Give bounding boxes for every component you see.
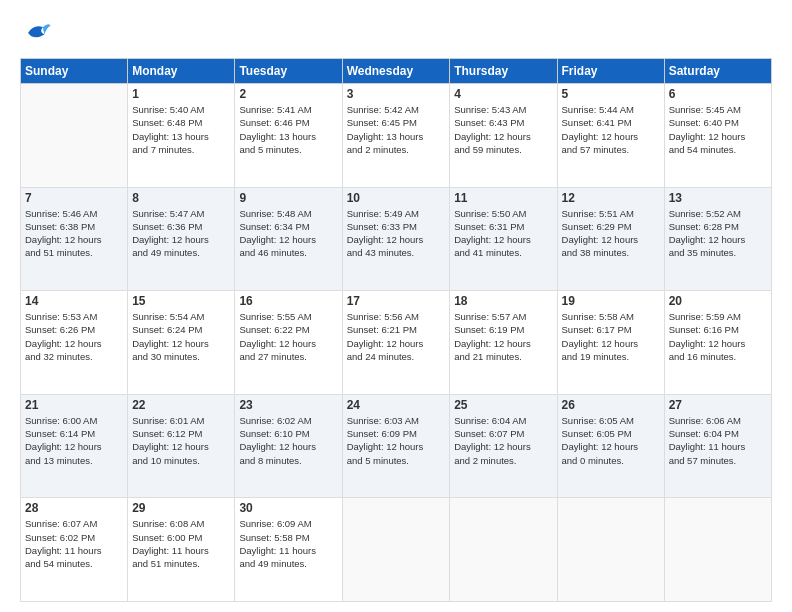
calendar-cell (450, 498, 557, 602)
weekday-header-saturday: Saturday (664, 59, 771, 84)
day-info: Sunrise: 5:44 AMSunset: 6:41 PMDaylight:… (562, 103, 660, 156)
calendar-cell: 10Sunrise: 5:49 AMSunset: 6:33 PMDayligh… (342, 187, 450, 291)
calendar-cell: 18Sunrise: 5:57 AMSunset: 6:19 PMDayligh… (450, 291, 557, 395)
calendar-cell: 2Sunrise: 5:41 AMSunset: 6:46 PMDaylight… (235, 84, 342, 188)
calendar-week-row: 28Sunrise: 6:07 AMSunset: 6:02 PMDayligh… (21, 498, 772, 602)
day-number: 6 (669, 87, 767, 101)
calendar-cell: 25Sunrise: 6:04 AMSunset: 6:07 PMDayligh… (450, 394, 557, 498)
logo (20, 18, 52, 48)
day-number: 28 (25, 501, 123, 515)
day-number: 5 (562, 87, 660, 101)
day-number: 2 (239, 87, 337, 101)
weekday-header-wednesday: Wednesday (342, 59, 450, 84)
calendar-cell: 19Sunrise: 5:58 AMSunset: 6:17 PMDayligh… (557, 291, 664, 395)
calendar-cell: 30Sunrise: 6:09 AMSunset: 5:58 PMDayligh… (235, 498, 342, 602)
day-info: Sunrise: 5:51 AMSunset: 6:29 PMDaylight:… (562, 207, 660, 260)
calendar-cell: 17Sunrise: 5:56 AMSunset: 6:21 PMDayligh… (342, 291, 450, 395)
day-number: 1 (132, 87, 230, 101)
day-number: 3 (347, 87, 446, 101)
calendar-cell: 9Sunrise: 5:48 AMSunset: 6:34 PMDaylight… (235, 187, 342, 291)
calendar-cell: 20Sunrise: 5:59 AMSunset: 6:16 PMDayligh… (664, 291, 771, 395)
day-number: 27 (669, 398, 767, 412)
day-number: 21 (25, 398, 123, 412)
weekday-header-thursday: Thursday (450, 59, 557, 84)
day-number: 25 (454, 398, 552, 412)
day-info: Sunrise: 5:49 AMSunset: 6:33 PMDaylight:… (347, 207, 446, 260)
logo-bird-icon (22, 18, 52, 48)
calendar-cell: 3Sunrise: 5:42 AMSunset: 6:45 PMDaylight… (342, 84, 450, 188)
calendar-cell: 6Sunrise: 5:45 AMSunset: 6:40 PMDaylight… (664, 84, 771, 188)
day-info: Sunrise: 5:57 AMSunset: 6:19 PMDaylight:… (454, 310, 552, 363)
day-info: Sunrise: 6:03 AMSunset: 6:09 PMDaylight:… (347, 414, 446, 467)
day-info: Sunrise: 5:50 AMSunset: 6:31 PMDaylight:… (454, 207, 552, 260)
day-number: 12 (562, 191, 660, 205)
day-number: 16 (239, 294, 337, 308)
day-info: Sunrise: 5:46 AMSunset: 6:38 PMDaylight:… (25, 207, 123, 260)
day-number: 30 (239, 501, 337, 515)
day-info: Sunrise: 5:41 AMSunset: 6:46 PMDaylight:… (239, 103, 337, 156)
calendar-cell: 22Sunrise: 6:01 AMSunset: 6:12 PMDayligh… (128, 394, 235, 498)
day-info: Sunrise: 5:47 AMSunset: 6:36 PMDaylight:… (132, 207, 230, 260)
day-info: Sunrise: 5:59 AMSunset: 6:16 PMDaylight:… (669, 310, 767, 363)
day-info: Sunrise: 6:07 AMSunset: 6:02 PMDaylight:… (25, 517, 123, 570)
day-number: 22 (132, 398, 230, 412)
day-number: 18 (454, 294, 552, 308)
day-number: 17 (347, 294, 446, 308)
day-number: 7 (25, 191, 123, 205)
day-number: 20 (669, 294, 767, 308)
calendar-cell (21, 84, 128, 188)
calendar-cell: 1Sunrise: 5:40 AMSunset: 6:48 PMDaylight… (128, 84, 235, 188)
calendar-week-row: 14Sunrise: 5:53 AMSunset: 6:26 PMDayligh… (21, 291, 772, 395)
day-info: Sunrise: 6:00 AMSunset: 6:14 PMDaylight:… (25, 414, 123, 467)
day-number: 19 (562, 294, 660, 308)
day-info: Sunrise: 5:48 AMSunset: 6:34 PMDaylight:… (239, 207, 337, 260)
day-info: Sunrise: 5:52 AMSunset: 6:28 PMDaylight:… (669, 207, 767, 260)
calendar-cell: 24Sunrise: 6:03 AMSunset: 6:09 PMDayligh… (342, 394, 450, 498)
day-number: 24 (347, 398, 446, 412)
calendar-cell: 26Sunrise: 6:05 AMSunset: 6:05 PMDayligh… (557, 394, 664, 498)
day-info: Sunrise: 5:54 AMSunset: 6:24 PMDaylight:… (132, 310, 230, 363)
day-info: Sunrise: 5:53 AMSunset: 6:26 PMDaylight:… (25, 310, 123, 363)
day-info: Sunrise: 6:06 AMSunset: 6:04 PMDaylight:… (669, 414, 767, 467)
day-number: 8 (132, 191, 230, 205)
day-number: 26 (562, 398, 660, 412)
weekday-header-sunday: Sunday (21, 59, 128, 84)
day-info: Sunrise: 6:09 AMSunset: 5:58 PMDaylight:… (239, 517, 337, 570)
weekday-header-monday: Monday (128, 59, 235, 84)
calendar-cell: 5Sunrise: 5:44 AMSunset: 6:41 PMDaylight… (557, 84, 664, 188)
day-number: 13 (669, 191, 767, 205)
day-info: Sunrise: 6:01 AMSunset: 6:12 PMDaylight:… (132, 414, 230, 467)
day-info: Sunrise: 5:55 AMSunset: 6:22 PMDaylight:… (239, 310, 337, 363)
calendar-week-row: 21Sunrise: 6:00 AMSunset: 6:14 PMDayligh… (21, 394, 772, 498)
day-info: Sunrise: 5:56 AMSunset: 6:21 PMDaylight:… (347, 310, 446, 363)
day-number: 9 (239, 191, 337, 205)
page-header (20, 18, 772, 48)
day-info: Sunrise: 5:40 AMSunset: 6:48 PMDaylight:… (132, 103, 230, 156)
calendar-week-row: 7Sunrise: 5:46 AMSunset: 6:38 PMDaylight… (21, 187, 772, 291)
calendar-cell (342, 498, 450, 602)
calendar-cell: 11Sunrise: 5:50 AMSunset: 6:31 PMDayligh… (450, 187, 557, 291)
day-number: 14 (25, 294, 123, 308)
weekday-header-friday: Friday (557, 59, 664, 84)
day-number: 4 (454, 87, 552, 101)
day-info: Sunrise: 6:04 AMSunset: 6:07 PMDaylight:… (454, 414, 552, 467)
calendar-cell: 13Sunrise: 5:52 AMSunset: 6:28 PMDayligh… (664, 187, 771, 291)
weekday-header-row: SundayMondayTuesdayWednesdayThursdayFrid… (21, 59, 772, 84)
calendar-cell: 16Sunrise: 5:55 AMSunset: 6:22 PMDayligh… (235, 291, 342, 395)
day-info: Sunrise: 5:43 AMSunset: 6:43 PMDaylight:… (454, 103, 552, 156)
calendar-cell: 15Sunrise: 5:54 AMSunset: 6:24 PMDayligh… (128, 291, 235, 395)
calendar-cell: 8Sunrise: 5:47 AMSunset: 6:36 PMDaylight… (128, 187, 235, 291)
calendar-table: SundayMondayTuesdayWednesdayThursdayFrid… (20, 58, 772, 602)
calendar-cell: 14Sunrise: 5:53 AMSunset: 6:26 PMDayligh… (21, 291, 128, 395)
calendar-cell: 23Sunrise: 6:02 AMSunset: 6:10 PMDayligh… (235, 394, 342, 498)
day-info: Sunrise: 6:02 AMSunset: 6:10 PMDaylight:… (239, 414, 337, 467)
day-info: Sunrise: 5:45 AMSunset: 6:40 PMDaylight:… (669, 103, 767, 156)
day-number: 15 (132, 294, 230, 308)
day-info: Sunrise: 5:58 AMSunset: 6:17 PMDaylight:… (562, 310, 660, 363)
calendar-page: SundayMondayTuesdayWednesdayThursdayFrid… (0, 0, 792, 612)
calendar-cell (664, 498, 771, 602)
day-number: 23 (239, 398, 337, 412)
calendar-cell: 7Sunrise: 5:46 AMSunset: 6:38 PMDaylight… (21, 187, 128, 291)
day-info: Sunrise: 6:08 AMSunset: 6:00 PMDaylight:… (132, 517, 230, 570)
day-number: 10 (347, 191, 446, 205)
